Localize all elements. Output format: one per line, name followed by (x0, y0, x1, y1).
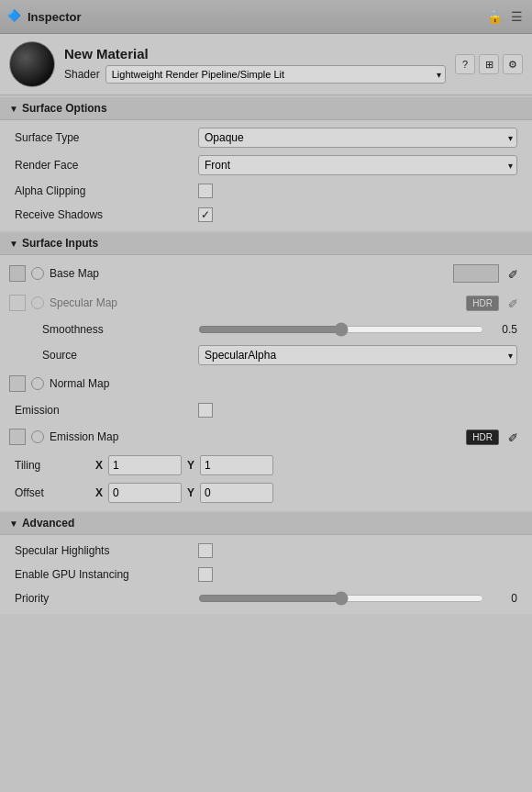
material-icons: ? ⊞ ⚙ (455, 54, 523, 74)
base-map-color-swatch[interactable] (453, 264, 499, 283)
surface-type-select-wrap[interactable]: Opaque Transparent (198, 128, 517, 148)
title-bar-right: 🔒 ☰ (486, 8, 525, 25)
emission-map-thumb[interactable] (9, 429, 26, 445)
material-sphere-preview (9, 41, 55, 87)
source-select-wrap[interactable]: SpecularAlpha BaseAlpha (198, 345, 517, 365)
lock-icon[interactable]: 🔒 (486, 8, 503, 25)
source-select[interactable]: SpecularAlpha BaseAlpha (198, 345, 517, 365)
tiling-fields: X Y (95, 455, 517, 475)
smoothness-slider-wrap: 0.5 (198, 322, 517, 337)
surface-inputs-section: ▼ Surface Inputs Base Map ✏ Specular Map… (0, 232, 532, 510)
alpha-clipping-label: Alpha Clipping (15, 184, 198, 197)
title-bar-title: Inspector (28, 10, 82, 24)
shader-dropdown-wrap[interactable]: Lightweight Render Pipeline/Simple Lit (105, 65, 446, 84)
surface-inputs-arrow: ▼ (9, 239, 18, 249)
material-name: New Material (64, 46, 446, 61)
settings-icon-btn[interactable]: ⚙ (503, 54, 523, 74)
offset-y-input[interactable] (200, 483, 273, 503)
normal-map-circle-icon (31, 377, 44, 390)
offset-y-label: Y (187, 486, 194, 499)
tiling-label: Tiling (15, 459, 88, 472)
emission-map-pencil-icon[interactable]: ✏ (501, 424, 526, 450)
receive-shadows-checkmark: ✓ (201, 209, 210, 220)
emission-map-row: Emission Map HDR ✏ (0, 422, 532, 452)
emission-checkbox[interactable] (198, 403, 213, 418)
tiling-x-label: X (95, 459, 103, 472)
advanced-section: ▼ Advanced Specular Highlights Enable GP… (0, 512, 532, 614)
surface-type-control: Opaque Transparent (198, 128, 517, 148)
surface-options-header[interactable]: ▼ Surface Options (0, 97, 532, 120)
offset-row: Offset X Y (0, 479, 532, 507)
inspector-icon: 🔷 (7, 9, 22, 24)
surface-options-label: Surface Options (22, 102, 107, 115)
tiling-x-input[interactable] (108, 455, 182, 475)
tiling-row: Tiling X Y (0, 452, 532, 479)
surface-type-select[interactable]: Opaque Transparent (198, 128, 517, 148)
render-face-row: Render Face Front Back Both (0, 151, 532, 179)
emission-map-circle-icon (31, 430, 44, 443)
specular-highlights-checkbox[interactable] (198, 543, 213, 558)
surface-inputs-label: Surface Inputs (22, 237, 98, 250)
offset-x-label: X (95, 486, 103, 499)
emission-hdr-button[interactable]: HDR (466, 429, 499, 445)
specular-hdr-button[interactable]: HDR (466, 296, 499, 311)
layout-icon-btn[interactable]: ⊞ (479, 54, 499, 74)
title-bar-left: 🔷 Inspector (7, 9, 82, 24)
tiling-y-input[interactable] (200, 455, 273, 475)
smoothness-value: 0.5 (490, 323, 517, 336)
alpha-clipping-checkbox[interactable] (198, 184, 213, 198)
alpha-clipping-row: Alpha Clipping (0, 179, 532, 203)
normal-map-thumb[interactable] (9, 375, 26, 392)
source-row: Source SpecularAlpha BaseAlpha (0, 341, 532, 369)
offset-fields: X Y (95, 483, 517, 503)
base-map-pencil-icon[interactable]: ✏ (501, 261, 526, 286)
advanced-arrow: ▼ (9, 519, 18, 529)
normal-map-label: Normal Map (50, 377, 523, 390)
gpu-instancing-label: Enable GPU Instancing (15, 568, 198, 581)
gpu-instancing-checkbox[interactable] (198, 567, 213, 582)
base-map-thumb[interactable] (9, 265, 26, 282)
priority-slider-wrap: 0 (198, 591, 517, 606)
specular-map-label: Specular Map (50, 296, 460, 309)
offset-x-input[interactable] (108, 483, 182, 503)
advanced-label: Advanced (22, 517, 74, 530)
surface-type-row: Surface Type Opaque Transparent (0, 124, 532, 151)
help-icon-btn[interactable]: ? (455, 54, 475, 74)
normal-map-row: Normal Map (0, 369, 532, 398)
priority-row: Priority 0 (0, 586, 532, 610)
render-face-select-wrap[interactable]: Front Back Both (198, 155, 517, 175)
priority-value: 0 (490, 592, 517, 605)
emission-control (198, 403, 517, 418)
specular-map-thumb[interactable] (9, 295, 26, 311)
specular-map-pencil-icon[interactable]: ✏ (501, 290, 526, 316)
render-face-control: Front Back Both (198, 155, 517, 175)
emission-label: Emission (15, 404, 198, 417)
gpu-instancing-row: Enable GPU Instancing (0, 563, 532, 586)
emission-row: Emission (0, 398, 532, 422)
priority-control: 0 (198, 591, 517, 606)
offset-label: Offset (15, 486, 88, 499)
render-face-select[interactable]: Front Back Both (198, 155, 517, 175)
surface-options-section: ▼ Surface Options Surface Type Opaque Tr… (0, 97, 532, 230)
surface-type-label: Surface Type (15, 131, 198, 144)
smoothness-control: 0.5 (198, 322, 517, 337)
base-map-label: Base Map (50, 267, 448, 280)
menu-icon[interactable]: ☰ (508, 8, 525, 25)
advanced-header[interactable]: ▼ Advanced (0, 512, 532, 535)
surface-options-arrow: ▼ (9, 104, 18, 114)
receive-shadows-label: Receive Shadows (15, 208, 198, 221)
source-control: SpecularAlpha BaseAlpha (198, 345, 517, 365)
render-face-label: Render Face (15, 159, 198, 172)
priority-slider[interactable] (198, 591, 484, 606)
specular-highlights-row: Specular Highlights (0, 539, 532, 563)
alpha-clipping-control (198, 184, 517, 198)
surface-options-body: Surface Type Opaque Transparent Render F… (0, 120, 532, 230)
shader-select[interactable]: Lightweight Render Pipeline/Simple Lit (105, 65, 446, 84)
title-bar: 🔷 Inspector 🔒 ☰ (0, 0, 532, 34)
smoothness-label: Smoothness (15, 323, 198, 336)
smoothness-slider[interactable] (198, 322, 484, 337)
receive-shadows-checkbox[interactable]: ✓ (198, 207, 213, 222)
material-header: New Material Shader Lightweight Render P… (0, 34, 532, 95)
surface-inputs-header[interactable]: ▼ Surface Inputs (0, 232, 532, 255)
receive-shadows-control: ✓ (198, 207, 517, 222)
